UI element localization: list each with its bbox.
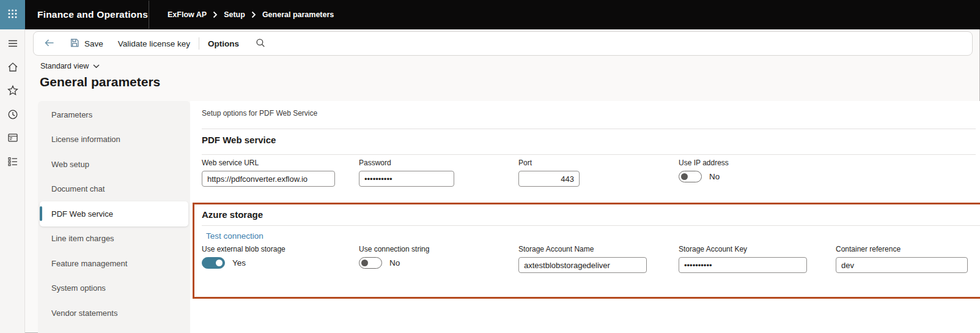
- favorites-button[interactable]: [0, 81, 25, 100]
- top-navigation-bar: Finance and Operations ExFlow AP Setup G…: [0, 0, 980, 29]
- use-ip-address-field: Use IP address No: [679, 159, 729, 182]
- use-external-blob-storage-toggle[interactable]: [202, 257, 225, 269]
- toggle-knob: [361, 260, 368, 266]
- topbar-divider: [149, 1, 149, 29]
- nav-item-document-chat[interactable]: Document chat: [38, 177, 190, 202]
- use-ip-address-toggle[interactable]: [679, 171, 702, 182]
- use-external-blob-storage-label: Use external blob storage: [202, 245, 286, 253]
- container-reference-label: Container reference: [836, 245, 968, 253]
- pdf-web-service-section-title: PDF Web service: [202, 135, 276, 145]
- use-connection-string-field: Use connection string No: [359, 245, 429, 269]
- breadcrumb: ExFlow AP Setup General parameters: [168, 0, 334, 29]
- nav-item-line-item-charges[interactable]: Line item charges: [38, 226, 190, 252]
- chevron-down-icon: [93, 62, 100, 70]
- nav-item-web-setup[interactable]: Web setup: [38, 152, 190, 177]
- app-window: Finance and Operations ExFlow AP Setup G…: [0, 0, 980, 333]
- breadcrumb-module[interactable]: ExFlow AP: [168, 10, 207, 19]
- save-button[interactable]: Save: [62, 32, 111, 55]
- password-label: Password: [359, 159, 454, 167]
- view-selector[interactable]: Standard view: [40, 62, 100, 70]
- port-field: Port: [518, 159, 580, 187]
- storage-account-name-field: Storage Account Name: [518, 245, 647, 273]
- command-search-button[interactable]: [246, 32, 274, 55]
- port-input[interactable]: [518, 171, 580, 187]
- waffle-icon: [7, 9, 18, 21]
- divider: [202, 225, 980, 226]
- home-icon: [7, 61, 19, 73]
- azure-storage-section-title: Azure storage: [202, 209, 263, 220]
- password-field: Password: [359, 159, 454, 187]
- nav-item-pdf-web-service[interactable]: PDF Web service: [40, 201, 188, 226]
- web-service-url-label: Web service URL: [202, 159, 335, 167]
- view-selector-label: Standard view: [40, 62, 89, 70]
- storage-account-key-input[interactable]: [679, 257, 807, 273]
- use-ip-address-label: Use IP address: [679, 159, 729, 167]
- storage-account-name-label: Storage Account Name: [518, 245, 647, 253]
- settings-nav-panel: Parameters License information Web setup…: [38, 101, 190, 333]
- search-icon: [255, 37, 266, 50]
- validate-license-key-button[interactable]: Validate license key: [111, 32, 197, 55]
- app-launcher-button[interactable]: [0, 0, 25, 29]
- command-bar: Save Validate license key Options: [33, 31, 973, 56]
- toggle-knob: [681, 173, 688, 180]
- chevron-right-icon: [213, 11, 218, 18]
- divider: [202, 154, 976, 155]
- use-connection-string-toggle[interactable]: [359, 257, 382, 269]
- form-content: Setup options for PDF Web Service PDF We…: [190, 101, 980, 333]
- home-button[interactable]: [0, 58, 25, 77]
- nav-item-system-options[interactable]: System options: [38, 276, 190, 301]
- test-connection-link[interactable]: Test connection: [206, 231, 263, 241]
- nav-item-parameters[interactable]: Parameters: [38, 102, 190, 127]
- left-icon-rail: [0, 29, 25, 333]
- checklist-icon: [7, 155, 19, 168]
- app-title[interactable]: Finance and Operations: [37, 0, 148, 29]
- window-icon: [7, 132, 19, 144]
- use-external-blob-storage-field: Use external blob storage Yes: [202, 245, 286, 269]
- workspaces-button[interactable]: [0, 129, 25, 147]
- container-reference-field: Container reference: [836, 245, 968, 273]
- back-arrow-icon: [43, 37, 56, 51]
- options-menu-button[interactable]: Options: [201, 32, 246, 55]
- use-connection-string-value: No: [389, 258, 400, 268]
- breadcrumb-page[interactable]: General parameters: [262, 10, 334, 19]
- use-external-blob-storage-value: Yes: [232, 258, 246, 268]
- chevron-right-icon: [251, 11, 256, 18]
- password-input[interactable]: [359, 171, 454, 187]
- container-reference-input[interactable]: [836, 257, 968, 273]
- port-label: Port: [518, 159, 580, 167]
- azure-storage-section-highlight: Azure storage Test connection Use extern…: [193, 203, 980, 299]
- web-service-url-input[interactable]: [202, 171, 335, 187]
- validate-license-key-label: Validate license key: [118, 39, 190, 48]
- save-button-label: Save: [84, 39, 103, 48]
- storage-account-key-field: Storage Account Key: [679, 245, 807, 273]
- form-caption: Setup options for PDF Web Service: [202, 109, 317, 118]
- expand-menu-button[interactable]: [0, 34, 25, 53]
- page-title: General parameters: [40, 75, 160, 89]
- clock-icon: [7, 108, 19, 121]
- use-connection-string-label: Use connection string: [359, 245, 429, 253]
- recent-button[interactable]: [0, 105, 25, 124]
- web-service-url-field: Web service URL: [202, 159, 335, 187]
- hamburger-icon: [7, 37, 19, 50]
- back-button[interactable]: [34, 32, 62, 55]
- nav-item-license-information[interactable]: License information: [38, 127, 190, 152]
- breadcrumb-section[interactable]: Setup: [224, 10, 245, 19]
- command-bar-divider: [199, 37, 199, 50]
- modules-button[interactable]: [0, 152, 25, 171]
- toggle-knob: [216, 260, 223, 266]
- nav-item-vendor-statements[interactable]: Vendor statements: [38, 301, 190, 326]
- save-icon: [69, 37, 80, 50]
- divider: [202, 129, 976, 129]
- star-icon: [7, 84, 19, 97]
- nav-item-feature-management[interactable]: Feature management: [38, 251, 190, 276]
- options-menu-label: Options: [208, 39, 239, 48]
- storage-account-name-input[interactable]: [518, 257, 647, 273]
- storage-account-key-label: Storage Account Key: [679, 245, 807, 253]
- use-ip-address-value: No: [709, 172, 720, 181]
